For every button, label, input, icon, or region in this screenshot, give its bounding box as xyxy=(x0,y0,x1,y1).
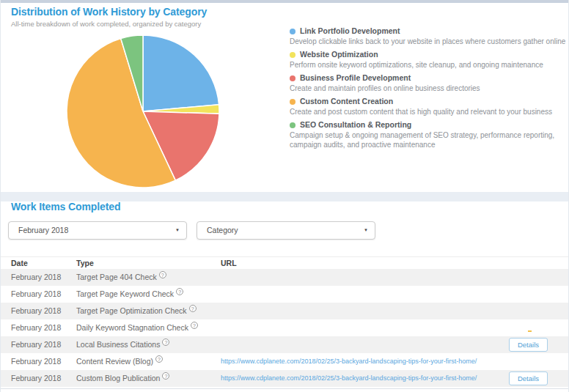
legend-item: Website Optimization Perform onsite keyw… xyxy=(290,50,567,70)
legend-item-name: SEO Consultation & Reporting xyxy=(300,120,411,130)
row-type: Custom Blog Publication? xyxy=(76,370,169,387)
help-icon[interactable]: ? xyxy=(159,271,166,278)
legend-item-description: Campaign setup & ongoing management of S… xyxy=(290,130,567,149)
table-row: February 2018 Local Business Citations? … xyxy=(1,336,569,353)
chart-legend: Link Portfolio Development Develop click… xyxy=(290,26,567,153)
column-header-url: URL xyxy=(221,259,237,267)
category-filter-select[interactable]: Category ▼ xyxy=(197,221,375,240)
month-filter-select[interactable]: February 2018 ▼ xyxy=(8,221,187,240)
row-date: February 2018 xyxy=(11,319,61,336)
bottom-divider xyxy=(1,388,569,389)
legend-color-dot xyxy=(290,52,295,58)
row-date: February 2018 xyxy=(11,286,61,303)
pie-chart-container xyxy=(65,34,221,189)
row-type: Target Page Optimization Check? xyxy=(76,303,197,319)
row-date: February 2018 xyxy=(11,269,61,286)
row-date: February 2018 xyxy=(11,353,61,370)
details-button[interactable]: Details xyxy=(509,338,548,352)
pie-slice[interactable] xyxy=(143,35,219,111)
tooltip-artifact xyxy=(510,320,560,336)
work-items-section-title: Work Items Completed xyxy=(11,201,120,212)
table-row: February 2018 Content Review (Blog)? htt… xyxy=(1,353,569,370)
row-url-link[interactable]: https://www.cdplanete.com/2018/02/25/3-b… xyxy=(221,370,477,387)
legend-color-dot xyxy=(290,122,295,128)
column-header-date: Date xyxy=(11,259,28,267)
row-type: Local Business Citations? xyxy=(76,336,169,353)
legend-item: SEO Consultation & Reporting Campaign se… xyxy=(290,120,567,149)
details-button[interactable]: Details xyxy=(509,371,548,385)
help-icon[interactable]: ? xyxy=(162,372,169,380)
table-header: Date Type URL xyxy=(1,257,569,269)
table-row: February 2018 Custom Blog Publication? h… xyxy=(1,370,569,387)
legend-item: Custom Content Creation Create and post … xyxy=(290,97,567,117)
chevron-down-icon: ▼ xyxy=(364,222,368,239)
tooltip-pointer-dot xyxy=(528,330,532,332)
chart-section-subtitle: All-time breakdown of work completed, or… xyxy=(11,20,201,28)
row-type: Target Page 404 Check? xyxy=(76,269,166,286)
help-icon[interactable]: ? xyxy=(155,355,163,363)
help-icon[interactable]: ? xyxy=(162,339,169,346)
category-filter-value: Category xyxy=(207,226,238,234)
legend-item: Business Profile Development Create and … xyxy=(290,73,567,93)
row-url-link[interactable]: https://www.cdplanete.com/2018/02/25/3-b… xyxy=(221,353,477,370)
top-strip xyxy=(1,0,569,3)
help-icon[interactable]: ? xyxy=(191,322,198,329)
help-icon[interactable]: ? xyxy=(189,305,197,312)
help-icon[interactable]: ? xyxy=(176,288,183,295)
row-type: Target Page Keyword Check? xyxy=(76,286,183,303)
row-type: Content Review (Blog)? xyxy=(76,353,163,370)
legend-color-dot xyxy=(290,29,295,34)
column-header-type: Type xyxy=(76,259,94,267)
dashboard-page: Distribution of Work History by Category… xyxy=(0,0,569,392)
legend-item-name: Custom Content Creation xyxy=(300,97,393,106)
legend-item-name: Business Profile Development xyxy=(300,73,411,83)
work-items-table: Date Type URL February 2018 Target Page … xyxy=(1,256,569,387)
table-row: February 2018 Target Page Keyword Check? xyxy=(1,286,569,303)
row-date: February 2018 xyxy=(11,336,61,353)
legend-item-name: Link Portfolio Development xyxy=(300,26,400,36)
legend-color-dot xyxy=(290,99,295,105)
legend-item-name: Website Optimization xyxy=(300,50,378,59)
row-date: February 2018 xyxy=(11,370,61,387)
table-row: February 2018 Target Page Optimization C… xyxy=(1,303,569,319)
table-row: February 2018 Target Page 404 Check? xyxy=(1,269,569,286)
row-date: February 2018 xyxy=(11,303,61,319)
legend-item-description: Create and maintain profiles on online b… xyxy=(290,84,567,93)
legend-item: Link Portfolio Development Develop click… xyxy=(290,26,567,46)
legend-item-description: Perform onsite keyword optimizations, si… xyxy=(290,60,567,70)
legend-color-dot xyxy=(290,75,295,81)
chevron-down-icon: ▼ xyxy=(175,222,180,239)
month-filter-value: February 2018 xyxy=(18,226,68,234)
table-row: February 2018 Daily Keyword Stagnation C… xyxy=(1,319,569,336)
legend-item-description: Create and post custom content that is h… xyxy=(290,107,567,117)
chart-section-title: Distribution of Work History by Category xyxy=(11,6,207,18)
legend-item-description: Develop clickable links back to your web… xyxy=(290,37,567,46)
row-type: Daily Keyword Stagnation Check? xyxy=(76,319,198,336)
pie-chart xyxy=(65,34,221,189)
